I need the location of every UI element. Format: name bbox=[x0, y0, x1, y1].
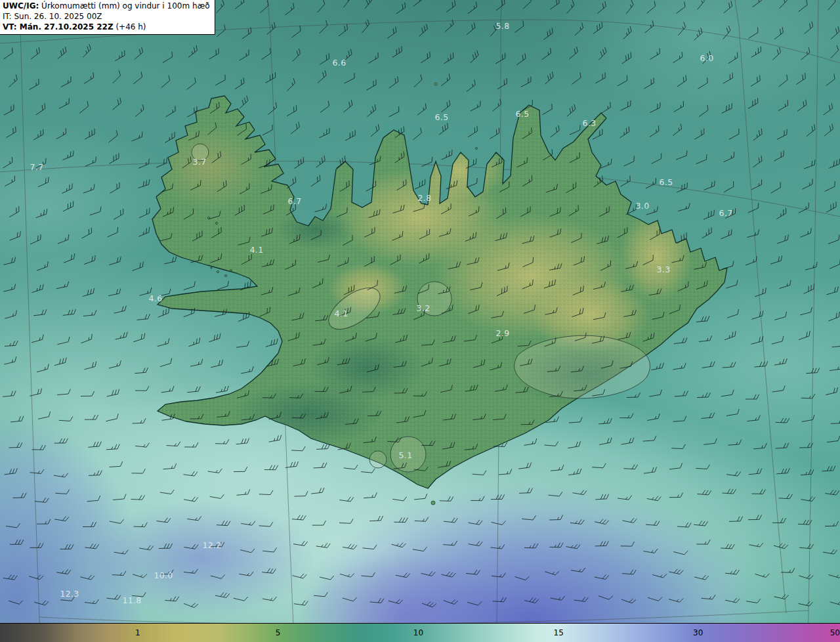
precip-value-label: 4.6 bbox=[149, 293, 163, 303]
precip-value-label: 3.3 bbox=[657, 265, 671, 274]
precip-value-label: 12.2 bbox=[202, 540, 221, 550]
precip-value-label: 5.8 bbox=[496, 21, 510, 31]
precip-value-label: 3.2 bbox=[417, 303, 430, 313]
precip-value-label: 4.1 bbox=[335, 309, 348, 318]
precip-value-label: 2.9 bbox=[496, 328, 510, 338]
model-name: UWC/IG: bbox=[3, 1, 39, 11]
precip-value-label: 7.7 bbox=[30, 162, 44, 172]
precip-value-label: 6.6 bbox=[333, 58, 346, 68]
precip-value-label: 6.5 bbox=[660, 177, 673, 187]
precip-value-label: 6.3 bbox=[583, 118, 597, 128]
info-line-init-time: IT: Sun. 26. 10. 2025 00Z bbox=[3, 12, 210, 22]
info-line-valid-time: VT: Mán. 27.10.2025 22Z (+46 h) bbox=[3, 22, 210, 33]
info-line-title: UWC/IG: Úrkomumætti (mm) og vindur i 100… bbox=[3, 1, 210, 12]
colorbar: 1510153050 bbox=[0, 623, 840, 642]
precip-value-label: 10.0 bbox=[154, 570, 173, 580]
valid-time: VT: Mán. 27.10.2025 22Z bbox=[3, 22, 114, 32]
precip-value-label: 6.5 bbox=[516, 109, 530, 119]
precip-value-label: 6.0 bbox=[700, 53, 714, 63]
colorbar-tick-label: 30 bbox=[693, 628, 703, 637]
forecast-lead: (+46 h) bbox=[114, 22, 146, 32]
precip-value-label: 3.7 bbox=[193, 157, 207, 167]
map-title: Úrkomumætti (mm) og vindur i 100m hæð bbox=[39, 1, 209, 11]
precip-value-label: 6.5 bbox=[435, 112, 449, 122]
colorbar-tick-label: 5 bbox=[276, 628, 281, 637]
precip-value-label: 3.0 bbox=[636, 201, 650, 211]
precip-value-label: 5.1 bbox=[399, 450, 413, 460]
precip-value-label: 12.3 bbox=[60, 589, 79, 599]
precip-value-label: 2.8 bbox=[418, 193, 432, 203]
colorbar-tick-label: 15 bbox=[554, 628, 564, 637]
precip-value-label: 6.7 bbox=[719, 208, 733, 218]
weather-map: 5.86.66.06.56.56.37.73.76.72.86.53.06.74… bbox=[0, 0, 840, 642]
colorbar-tick-label: 50 bbox=[830, 628, 840, 637]
colorbar-tick-label: 1 bbox=[135, 628, 140, 637]
precip-value-label: 11.8 bbox=[122, 595, 141, 605]
map-info-box: UWC/IG: Úrkomumætti (mm) og vindur i 100… bbox=[0, 0, 215, 35]
colorbar-tick-label: 10 bbox=[413, 628, 423, 637]
wind-barbs-layer bbox=[0, 0, 840, 642]
precip-value-label: 4.1 bbox=[250, 245, 264, 255]
precip-value-label: 6.7 bbox=[288, 196, 302, 206]
